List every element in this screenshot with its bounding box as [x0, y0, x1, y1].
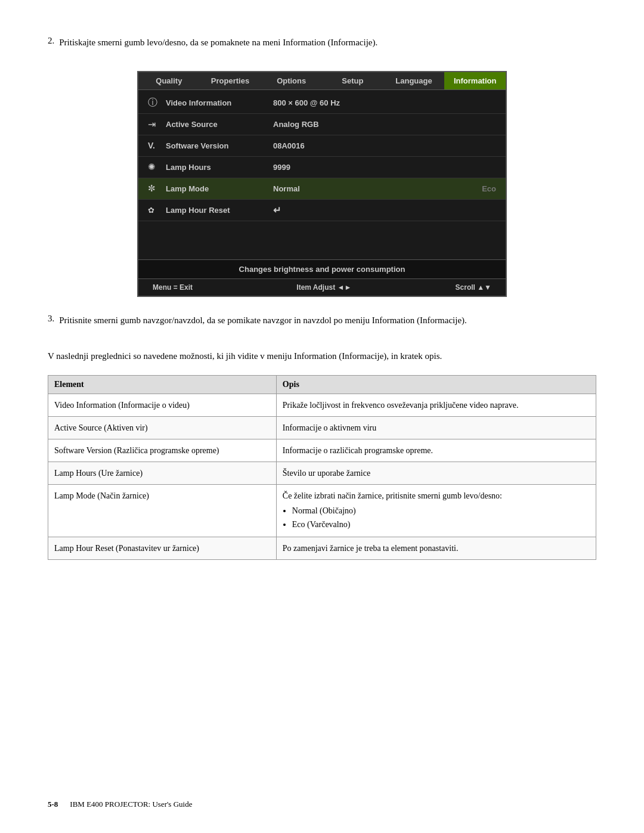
- table-row: Lamp Mode (Način žarnice) Če želite izbr…: [48, 484, 596, 537]
- osd-value-lamp-hour-reset: ↵: [273, 205, 496, 216]
- table-row: Software Version (Različica programske o…: [48, 439, 596, 462]
- osd-label-lamp-hour-reset: Lamp Hour Reset: [166, 206, 273, 215]
- osd-row-active-source: ⇥ Active Source Analog RGB: [138, 114, 506, 135]
- osd-status-bar: Changes brightness and power consumption: [138, 259, 506, 278]
- osd-nav-bar: Menu = Exit Item Adjust ◄► Scroll ▲▼: [138, 278, 506, 296]
- osd-label-video-info: Video Information: [166, 98, 273, 107]
- table-cell-opis: Informacije o različicah programske opre…: [276, 439, 596, 462]
- table-cell-element: Lamp Hours (Ure žarnice): [48, 462, 277, 484]
- osd-icon-lamp-hours: ✺: [148, 162, 166, 172]
- table-row: Active Source (Aktiven vir) Informacije …: [48, 416, 596, 439]
- osd-menu-bar: Quality Properties Options Setup Languag…: [138, 72, 506, 90]
- osd-status-text: Changes brightness and power consumption: [239, 265, 405, 274]
- table-cell-opis: Če želite izbrati način žarnice, pritisn…: [276, 484, 596, 537]
- osd-icon-info: ⓘ: [148, 97, 166, 109]
- osd-value2-lamp-mode: Eco: [482, 184, 496, 193]
- info-table: Element Opis Video Information (Informac…: [48, 375, 596, 560]
- osd-row-lamp-hour-reset: ✿ Lamp Hour Reset ↵: [138, 200, 506, 221]
- osd-menu-options[interactable]: Options: [261, 72, 322, 89]
- page-footer: 5-8 IBM E400 PROJECTOR: User's Guide: [48, 800, 596, 809]
- osd-value-lamp-mode: Normal: [273, 184, 464, 193]
- osd-nav-scroll: Scroll ▲▼: [456, 283, 491, 292]
- osd-label-lamp-hours: Lamp Hours: [166, 163, 273, 172]
- step2-block: 2. Pritiskajte smerni gumb levo/desno, d…: [48, 36, 596, 297]
- osd-icon-lamp-hour-reset: ✿: [148, 206, 166, 215]
- osd-rows: ⓘ Video Information 800 × 600 @ 60 Hz ⇥ …: [138, 90, 506, 224]
- table-cell-element: Video Information (Informacije o videu): [48, 394, 277, 416]
- osd-nav-exit: Menu = Exit: [153, 283, 193, 292]
- table-row: Lamp Hours (Ure žarnice) Število ur upor…: [48, 462, 596, 484]
- osd-menu-properties[interactable]: Properties: [200, 72, 261, 89]
- osd-value-lamp-hours: 9999: [273, 163, 496, 172]
- table-header-row: Element Opis: [48, 375, 596, 394]
- table-cell-opis: Prikaže ločljivost in frekvenco osveževa…: [276, 394, 596, 416]
- step3-block: 3. Pritisnite smerni gumb navzgor/navzdo…: [48, 314, 596, 336]
- osd-value-video-info: 800 × 600 @ 60 Hz: [273, 98, 496, 107]
- step3-container: 3. Pritisnite smerni gumb navzgor/navzdo…: [48, 314, 596, 336]
- list-item: Eco (Varčevalno): [292, 518, 590, 531]
- osd-icon-active-source: ⇥: [148, 119, 166, 130]
- osd-row-software-version: V. Software Version 08A0016: [138, 135, 506, 157]
- osd-label-active-source: Active Source: [166, 120, 273, 129]
- osd-label-lamp-mode: Lamp Mode: [166, 184, 273, 193]
- osd-row-video-info: ⓘ Video Information 800 × 600 @ 60 Hz: [138, 92, 506, 114]
- footer-title: IBM E400 PROJECTOR: User's Guide: [70, 800, 192, 809]
- osd-icon-software-version: V.: [148, 141, 166, 150]
- osd-row-lamp-mode: ✼ Lamp Mode Normal Eco: [138, 178, 506, 200]
- table-cell-element: Active Source (Aktiven vir): [48, 416, 277, 439]
- osd-menu-quality[interactable]: Quality: [138, 72, 200, 89]
- table-row: Lamp Hour Reset (Ponastavitev ur žarnice…: [48, 537, 596, 559]
- table-header-element: Element: [48, 375, 277, 394]
- osd-icon-lamp-mode: ✼: [148, 183, 166, 194]
- step2-number: 2.: [48, 36, 54, 60]
- table-cell-element: Lamp Mode (Način žarnice): [48, 484, 277, 537]
- step3-number: 3.: [48, 314, 54, 336]
- lamp-mode-list: Normal (Običajno) Eco (Varčevalno): [283, 504, 590, 531]
- osd-menu-setup[interactable]: Setup: [322, 72, 383, 89]
- osd-label-software-version: Software Version: [166, 141, 273, 150]
- osd-menu-language[interactable]: Language: [383, 72, 445, 89]
- list-item: Normal (Običajno): [292, 504, 590, 517]
- osd-nav-adjust: Item Adjust ◄►: [296, 283, 351, 292]
- osd-row-lamp-hours: ✺ Lamp Hours 9999: [138, 157, 506, 178]
- footer-page-number: 5-8: [48, 800, 58, 809]
- intro-paragraph: V naslednji preglednici so navedene možn…: [48, 349, 596, 363]
- step2-text: Pritiskajte smerni gumb levo/desno, da s…: [59, 36, 377, 49]
- step2-container: 2. Pritiskajte smerni gumb levo/desno, d…: [48, 36, 596, 60]
- table-header-opis: Opis: [276, 375, 596, 394]
- osd-menu-information[interactable]: Information: [444, 72, 506, 89]
- osd-screen: Quality Properties Options Setup Languag…: [137, 71, 507, 297]
- table-row: Video Information (Informacije o videu) …: [48, 394, 596, 416]
- table-cell-opis: Število ur uporabe žarnice: [276, 462, 596, 484]
- table-cell-element: Software Version (Različica programske o…: [48, 439, 277, 462]
- osd-value-software-version: 08A0016: [273, 141, 496, 150]
- table-cell-opis: Informacije o aktivnem viru: [276, 416, 596, 439]
- osd-value-active-source: Analog RGB: [273, 120, 496, 129]
- step3-text: Pritisnite smerni gumb navzgor/navzdol, …: [59, 314, 467, 327]
- table-cell-element: Lamp Hour Reset (Ponastavitev ur žarnice…: [48, 537, 277, 559]
- table-cell-opis: Po zamenjavi žarnice je treba ta element…: [276, 537, 596, 559]
